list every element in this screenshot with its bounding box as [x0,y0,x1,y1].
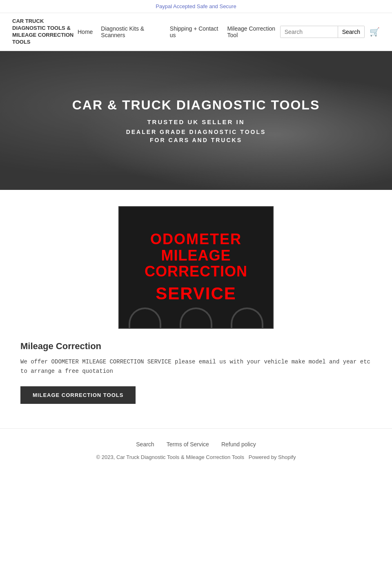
nav-diagnostic-kits[interactable]: Diagnostic Kits & Scanners [101,25,161,38]
header-right: Search 🛒 [280,26,380,38]
hero-content: CAR & TRUCK DIAGNOSTIC TOOLS TRUSTED UK … [72,98,320,143]
footer-link-search[interactable]: Search [136,441,154,448]
footer-shopify-link[interactable]: Powered by Shopify [249,454,296,460]
hero-title: CAR & TRUCK DIAGNOSTIC TOOLS [72,98,320,113]
hero-sub1: TRUSTED UK SELLER IN [72,118,320,125]
nav-mileage-correction[interactable]: Mileage Correction Tool [227,25,280,38]
section-text: We offer ODOMETER MILEAGE CORRECTION SER… [20,357,372,377]
search-input[interactable] [281,26,338,38]
footer-brand-link[interactable]: Car Truck Diagnostic Tools & Mileage Cor… [116,454,244,460]
nav-home[interactable]: Home [78,29,93,35]
footer-copy-symbol: © 2023, [96,454,115,460]
main-nav: Home Diagnostic Kits & Scanners Shipping… [78,25,280,38]
hero-section: CAR & TRUCK DIAGNOSTIC TOOLS TRUSTED UK … [0,51,392,190]
gauge-3 [231,307,263,328]
site-footer: Search Terms of Service Refund policy © … [0,428,392,468]
cart-icon: 🛒 [370,27,380,36]
footer-link-terms[interactable]: Terms of Service [167,441,209,448]
nav-shipping[interactable]: Shipping + Contact us [170,25,219,38]
site-logo[interactable]: CAR TRUCK DIAGNOSTIC TOOLS & MILEAGE COR… [12,18,78,46]
search-button[interactable]: Search [338,26,364,38]
cta-button[interactable]: MILEAGE CORRECTION TOOLS [20,386,136,404]
search-box: Search [280,26,365,38]
odometer-image: ODOMETER MILEAGE CORRECTION SERVICE [118,206,274,329]
gauge-1 [129,307,161,328]
top-banner-text: Paypal Accepted Safe and Secure [156,3,236,9]
top-banner: Paypal Accepted Safe and Secure [0,0,392,13]
odo-text-line3: CORRECTION [145,263,247,280]
site-header: CAR TRUCK DIAGNOSTIC TOOLS & MILEAGE COR… [0,13,392,51]
footer-links: Search Terms of Service Refund policy [8,441,384,448]
hero-sub2: DEALER GRADE DIAGNOSTIC TOOLS [72,129,320,135]
odo-text-line2: MILEAGE [161,247,231,264]
cart-button[interactable]: 🛒 [370,27,380,37]
footer-copyright: © 2023, Car Truck Diagnostic Tools & Mil… [8,454,384,460]
footer-link-refund[interactable]: Refund policy [221,441,256,448]
main-content: ODOMETER MILEAGE CORRECTION SERVICE Mile… [12,190,380,429]
odo-text-line1: ODOMETER [150,231,242,247]
hero-sub3: FOR CARS AND TRUCKS [72,137,320,143]
section-title: Mileage Correction [20,341,372,352]
gauge-2 [180,307,212,328]
odo-text-line4: SERVICE [156,284,236,303]
gauge-decoration [119,307,273,328]
